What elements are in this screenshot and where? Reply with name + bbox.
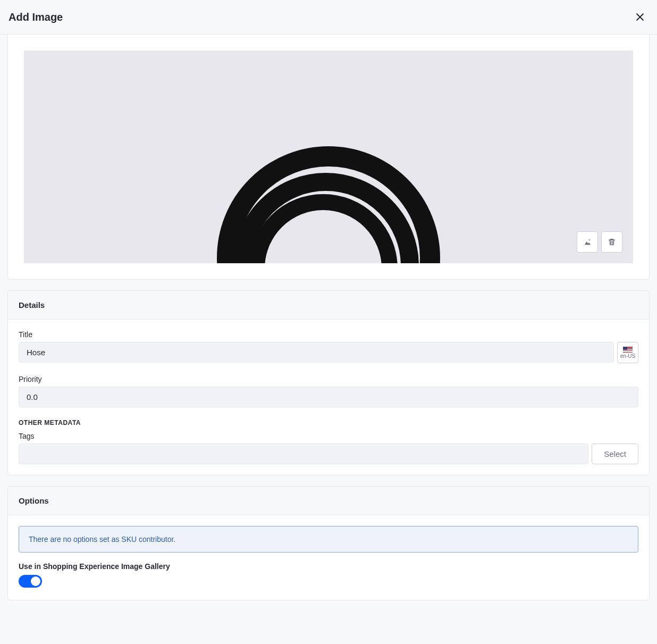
product-image [196, 146, 461, 263]
title-input[interactable] [19, 342, 614, 363]
priority-label: Priority [19, 375, 638, 383]
delete-image-button[interactable] [601, 231, 622, 253]
options-heading: Options [8, 487, 649, 515]
trash-icon [607, 237, 617, 247]
svg-marker-2 [585, 241, 591, 245]
details-heading: Details [8, 291, 649, 320]
locale-button[interactable]: en-US [617, 342, 638, 363]
gallery-toggle[interactable] [19, 575, 42, 588]
image-actions [577, 231, 622, 253]
locale-code: en-US [620, 353, 635, 359]
tags-select-button[interactable]: Select [592, 444, 638, 464]
toggle-knob [31, 576, 40, 586]
no-options-banner: There are no options set as SKU contribu… [19, 526, 638, 553]
options-body: There are no options set as SKU contribu… [8, 515, 649, 600]
modal-title: Add Image [9, 11, 63, 23]
options-panel: Options There are no options set as SKU … [7, 486, 650, 600]
modal-header: Add Image [0, 0, 657, 35]
svg-point-3 [589, 239, 590, 240]
image-preview-wrap [8, 35, 649, 279]
title-field: Title en-US [19, 330, 638, 363]
flag-us-icon [623, 347, 633, 353]
tags-input[interactable] [19, 444, 588, 464]
close-icon [635, 12, 645, 22]
tags-field: Tags Select [19, 432, 638, 464]
modal-content: Details Title en-US Priority OTHER METAD… [0, 35, 657, 608]
tags-label: Tags [19, 432, 638, 440]
details-panel: Details Title en-US Priority OTHER METAD… [7, 290, 650, 475]
priority-input[interactable] [19, 387, 638, 407]
other-metadata-label: OTHER METADATA [19, 419, 638, 426]
details-body: Title en-US Priority OTHER METADATA Tags [8, 320, 649, 475]
gallery-toggle-label: Use in Shopping Experience Image Gallery [19, 562, 638, 571]
picture-icon [583, 237, 592, 247]
change-image-button[interactable] [577, 231, 598, 253]
priority-field: Priority [19, 375, 638, 407]
image-preview-panel [7, 35, 650, 280]
title-label: Title [19, 330, 638, 339]
image-preview [24, 51, 633, 263]
close-button[interactable] [631, 9, 648, 26]
gallery-toggle-field: Use in Shopping Experience Image Gallery [19, 562, 638, 589]
